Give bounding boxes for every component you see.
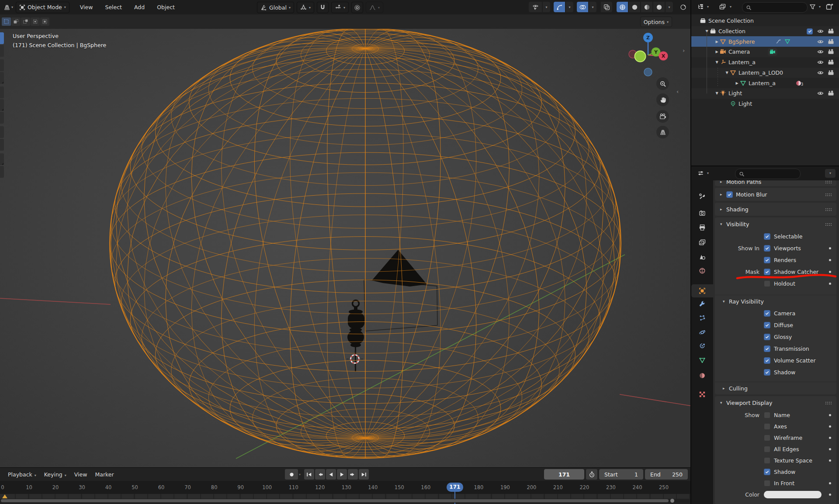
tool-button[interactable] xyxy=(0,153,4,165)
drag-handle-icon[interactable] xyxy=(825,221,832,228)
outliner-search-input[interactable] xyxy=(752,4,797,11)
outliner-row[interactable]: ▶BgSphere xyxy=(691,36,839,47)
expander-closed-icon[interactable]: ▶ xyxy=(734,81,740,85)
checkbox-checked[interactable] xyxy=(764,233,770,240)
camera-restrict-icon[interactable] xyxy=(828,48,834,55)
checkbox-checked[interactable] xyxy=(764,357,770,364)
use-preview-range-button[interactable] xyxy=(586,469,597,480)
panel-checkbox[interactable] xyxy=(726,191,733,198)
timeline-scrollbar[interactable] xyxy=(1,499,669,502)
menu-view[interactable]: View xyxy=(74,4,99,10)
checkbox-unchecked[interactable] xyxy=(764,435,770,441)
proportional-falloff-dropdown[interactable]: ▾ xyxy=(366,2,383,13)
outliner-row[interactable]: ▶Camera xyxy=(691,47,839,57)
visibility-chevron-icon[interactable]: ▾ xyxy=(543,2,550,12)
checkbox-unchecked[interactable] xyxy=(764,480,770,487)
gizmos-toggle[interactable] xyxy=(554,2,565,12)
drag-handle-icon[interactable] xyxy=(825,180,832,185)
jump-to-end-button[interactable] xyxy=(359,469,369,480)
tab-world[interactable] xyxy=(691,264,713,277)
select-mode-select-intersect[interactable] xyxy=(40,17,49,26)
tab-tool[interactable] xyxy=(691,190,713,203)
chevron-down-icon[interactable]: ▾ xyxy=(730,5,732,9)
tab-view-layer[interactable] xyxy=(691,236,713,249)
expander-open-icon[interactable]: ▼ xyxy=(714,91,720,95)
tab-particles[interactable] xyxy=(691,311,713,324)
pan-hand-button[interactable] xyxy=(656,93,669,106)
drag-handle-icon[interactable] xyxy=(825,400,832,406)
expander-open-icon[interactable]: ▼ xyxy=(714,60,720,64)
new-collection-icon[interactable] xyxy=(826,3,833,10)
shading-chevron-icon[interactable]: ▾ xyxy=(666,2,673,12)
panel-header[interactable]: ▾Viewport Display xyxy=(715,396,836,409)
timeline-scrollbar-knob[interactable] xyxy=(670,499,674,503)
camera-restrict-icon[interactable] xyxy=(828,90,834,97)
3d-viewport[interactable]: User Perspective (171) Scene Collection … xyxy=(0,29,690,467)
expander-closed-icon[interactable]: ▶ xyxy=(714,50,720,54)
panel-header[interactable]: ▸Shading xyxy=(715,203,836,216)
animate-dot[interactable] xyxy=(829,283,831,285)
tab-material[interactable] xyxy=(691,369,713,382)
jump-to-start-button[interactable] xyxy=(304,469,314,480)
checkbox-unchecked[interactable] xyxy=(764,280,770,287)
tool-button[interactable] xyxy=(0,166,4,178)
subpanel-culling[interactable]: ▸Culling xyxy=(715,382,836,394)
frame-ruler[interactable]: 0102030405060708090100110120130140150160… xyxy=(0,481,690,494)
display-mode-icon[interactable] xyxy=(719,3,726,10)
tab-object[interactable] xyxy=(691,284,713,297)
select-mode-select-extend[interactable] xyxy=(11,17,21,26)
camera-restrict-icon[interactable] xyxy=(828,28,834,35)
transform-orientation-dropdown[interactable]: Global ▾ xyxy=(257,2,294,13)
expander-closed-icon[interactable]: ▶ xyxy=(714,40,720,44)
object-type-visibility-dropdown[interactable] xyxy=(529,2,542,12)
gizmos-chevron-icon[interactable]: ▾ xyxy=(566,2,573,12)
eye-icon[interactable] xyxy=(817,28,824,35)
tab-scene[interactable] xyxy=(691,250,713,263)
shading-rendered-button[interactable] xyxy=(653,2,665,12)
shading-solid-button[interactable] xyxy=(629,2,640,12)
outliner-editor-icon[interactable] xyxy=(697,3,704,10)
tab-physics[interactable] xyxy=(691,326,713,339)
checkbox-checked[interactable] xyxy=(764,322,770,328)
outliner-row[interactable]: ▼Light xyxy=(691,88,839,99)
eye-icon[interactable] xyxy=(817,59,824,66)
marker-triangle[interactable] xyxy=(2,494,7,498)
menu-object[interactable]: Object xyxy=(151,4,181,10)
proportional-editing-toggle[interactable] xyxy=(351,2,363,13)
keyframe-strip[interactable] xyxy=(0,494,690,499)
properties-search-input[interactable] xyxy=(745,170,790,177)
tool-button[interactable] xyxy=(0,59,4,71)
checkbox-checked[interactable] xyxy=(764,334,770,340)
auto-keying-button[interactable] xyxy=(285,469,298,480)
outliner-row[interactable]: Light xyxy=(691,99,839,109)
end-frame-field[interactable]: End 250 xyxy=(645,469,688,480)
animate-dot[interactable] xyxy=(829,482,831,484)
checkbox-checked[interactable] xyxy=(764,257,770,263)
snap-toggle[interactable] xyxy=(317,2,329,13)
animate-dot[interactable] xyxy=(829,259,831,261)
play-reverse-button[interactable] xyxy=(326,469,336,480)
drag-handle-icon[interactable] xyxy=(825,191,832,198)
tool-button[interactable] xyxy=(0,112,4,124)
shading-wireframe-button[interactable] xyxy=(617,2,628,12)
select-mode-select-invert[interactable] xyxy=(31,17,40,26)
snap-target-dropdown[interactable]: ▾ xyxy=(331,2,349,13)
drag-handle-icon[interactable] xyxy=(825,206,832,213)
tool-button[interactable] xyxy=(0,126,4,138)
checkbox-unchecked[interactable] xyxy=(764,446,770,452)
select-mode-select-new[interactable] xyxy=(2,17,11,26)
current-frame-field[interactable]: 171 xyxy=(544,469,584,480)
options-dropdown[interactable]: Options ▾ xyxy=(640,17,672,27)
timeline-menu-view[interactable]: View xyxy=(72,471,93,478)
checkbox-checked[interactable] xyxy=(764,369,770,376)
timeline-menu-playback[interactable]: Playback▾ xyxy=(5,471,42,478)
outliner-row[interactable]: Scene Collection xyxy=(691,16,839,26)
editor-type-icon[interactable] xyxy=(3,4,10,11)
properties-editor-icon[interactable] xyxy=(697,170,704,176)
eye-icon[interactable] xyxy=(817,69,824,76)
eye-icon[interactable] xyxy=(817,90,824,97)
eye-icon[interactable] xyxy=(817,38,824,45)
properties-search[interactable] xyxy=(735,169,801,179)
timeline-scrollbar-track[interactable] xyxy=(0,499,690,503)
playhead-badge[interactable]: 171 xyxy=(447,483,463,492)
